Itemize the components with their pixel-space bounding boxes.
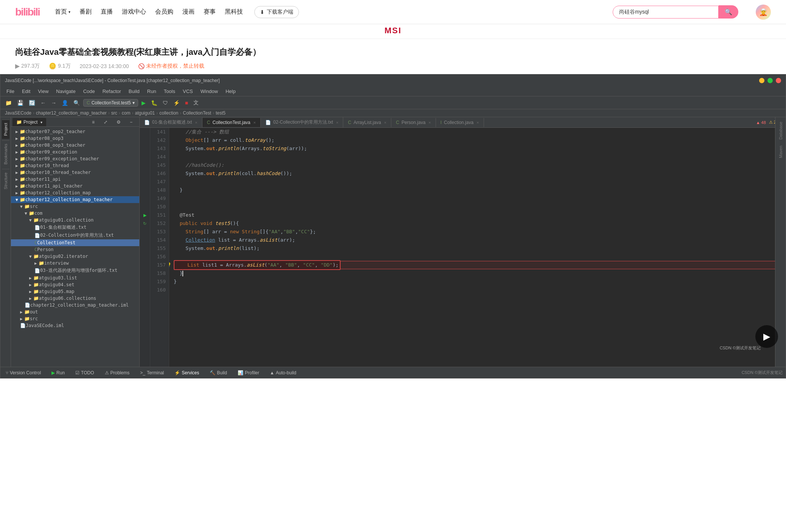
search-input[interactable] (613, 6, 719, 19)
tree-item-atguigu04[interactable]: ▶ 📁 atguigu04.set (11, 281, 139, 288)
menu-edit[interactable]: Edit (19, 87, 33, 95)
tree-item-atguigu06[interactable]: ▶ 📁 atguigu06.collections (11, 295, 139, 302)
sidebar-expand-btn[interactable]: ⤢ (100, 118, 111, 126)
tree-item-out[interactable]: ▶ 📁 out (11, 309, 139, 315)
toolbar-debug-btn[interactable]: 🐛 (149, 99, 159, 107)
tree-item-ch10t[interactable]: ▶ 📁 chapter10_thread_teacher (11, 169, 139, 176)
toolbar-user-btn[interactable]: 👤 (60, 99, 70, 107)
play-video-button[interactable]: ▶ (755, 325, 778, 348)
breadcrumb-colltest[interactable]: CollectionTest (183, 110, 211, 116)
tree-item-ch11t[interactable]: ▶ 📁 chapter11_api_teacher (11, 183, 139, 189)
tree-item-ch08t[interactable]: ▶ 📁 chapter08_oop3_teacher (11, 142, 139, 149)
toolbar-back-btn[interactable]: ← (39, 99, 48, 107)
bottom-profiler[interactable]: 📊 Profiler (235, 369, 261, 376)
nav-drama[interactable]: 番剧 (79, 8, 92, 16)
tree-item-ch11[interactable]: ▶ 📁 chapter11_api (11, 176, 139, 183)
tree-item-atguigu03[interactable]: ▶ 📁 atguigu03.list (11, 275, 139, 281)
close-button[interactable] (776, 78, 781, 83)
sidebar-tab-project[interactable]: Project (2, 119, 9, 139)
bottom-build[interactable]: 🔨 Build (207, 369, 229, 376)
gutter-152[interactable]: ↻ (140, 219, 150, 228)
toolbar-profile-btn[interactable]: ⚡ (171, 99, 182, 107)
nav-tech[interactable]: 黑科技 (225, 8, 243, 16)
bottom-todo[interactable]: ☑ TODO (73, 369, 96, 376)
bili-logo[interactable]: bilibili (15, 6, 40, 18)
avatar[interactable]: 🧝 (756, 5, 771, 20)
nav-live[interactable]: 直播 (101, 8, 113, 16)
menu-build[interactable]: Build (126, 87, 143, 95)
toolbar-translate-btn[interactable]: 文 (191, 98, 201, 107)
tab-01-txt[interactable]: 📄 01-集合框架概述.txt × (140, 117, 202, 127)
breadcrumb-test5[interactable]: test5 (216, 110, 226, 116)
tab-colltest[interactable]: C CollectionTest.java × (202, 118, 261, 127)
tree-item-colltest[interactable]: C CollectionTest (11, 239, 139, 246)
breadcrumb-com[interactable]: com (122, 110, 131, 116)
tree-item-ch08[interactable]: ▶ 📁 chapter08_oop3 (11, 135, 139, 142)
tree-item-atguigu01[interactable]: ▼ 📁 atguigu01.collection (11, 217, 139, 223)
bottom-problems[interactable]: ⚠ Problems (103, 369, 132, 376)
tab-close-02[interactable]: × (336, 120, 338, 125)
breadcrumb-src[interactable]: src (111, 110, 117, 116)
tree-item-ch12t[interactable]: ▼ 📁 chapter12_collection_map_teacher (11, 196, 139, 203)
nav-manga[interactable]: 漫画 (182, 8, 195, 16)
menu-refactor[interactable]: Refactor (100, 87, 124, 95)
sidebar-project-tab[interactable]: 📁 Project ▾ (12, 118, 46, 126)
nav-games[interactable]: 游戏中心 (122, 8, 146, 16)
tree-item-ch09[interactable]: ▶ 📁 chapter09_exception (11, 149, 139, 155)
tree-item-file-02[interactable]: 📄 02-Collection中的常用方法.txt (11, 231, 139, 239)
search-button[interactable]: 🔍 (719, 5, 738, 19)
tab-person[interactable]: C Person.java × (391, 118, 436, 127)
right-panel-maven[interactable]: Maven (778, 144, 784, 160)
toolbar-run-btn[interactable]: ▶ (140, 99, 148, 107)
toolbar-stop-btn[interactable]: ■ (183, 99, 190, 107)
tab-02-txt[interactable]: 📄 02-Collection中的常用方法.txt × (261, 117, 343, 127)
tab-close-person[interactable]: × (428, 120, 431, 125)
tab-close-arraylist[interactable]: × (384, 120, 386, 125)
menu-tools[interactable]: Tools (161, 87, 178, 95)
breadcrumb-collection[interactable]: collection (159, 110, 178, 116)
tree-item-interview[interactable]: ▶ 📁 interview (11, 260, 139, 267)
menu-window[interactable]: Window (198, 87, 221, 95)
tree-item-src[interactable]: ▼ 📁 src (11, 203, 139, 210)
sidebar-tab-bookmarks[interactable]: Bookmarks (2, 140, 9, 168)
breadcrumb-javasecode[interactable]: JavaSECode (5, 110, 31, 116)
tree-item-ch07[interactable]: ▶ 📁 chapter07_oop2_teacher (11, 128, 139, 135)
tree-item-file-01[interactable]: 📄 01-集合框架概述.txt (11, 223, 139, 231)
toolbar-coverage-btn[interactable]: 🛡 (161, 99, 170, 107)
tree-item-ch12[interactable]: ▶ 📁 chapter12_collection_map (11, 189, 139, 196)
sidebar-tab-structure[interactable]: Structure (2, 169, 9, 192)
tree-item-person[interactable]: C Person (11, 246, 139, 253)
menu-vcs[interactable]: VCS (180, 87, 196, 95)
toolbar-sync-btn[interactable]: 🔄 (27, 99, 37, 107)
breadcrumb-chapter[interactable]: chapter12_collection_map_teacher (36, 110, 107, 116)
menu-run[interactable]: Run (144, 87, 159, 95)
tree-item-atguigu05[interactable]: ▶ 📁 atguigu05.map (11, 288, 139, 295)
tree-item-file-03[interactable]: 📄 03-迭代器的使用与增强for循环.txt (11, 267, 139, 275)
menu-view[interactable]: View (35, 87, 51, 95)
tree-item-src2[interactable]: ▶ 📁 src (11, 315, 139, 322)
sidebar-gear-btn[interactable]: ⚙ (113, 118, 125, 126)
sidebar-scope-btn[interactable]: ≡ (88, 118, 98, 126)
menu-file[interactable]: File (3, 87, 17, 95)
nav-home[interactable]: 首页 ▾ (55, 8, 70, 16)
right-panel-database[interactable]: Database (778, 120, 784, 141)
menu-code[interactable]: Code (80, 87, 98, 95)
sidebar-settings-btn[interactable]: − (126, 118, 136, 126)
maximize-button[interactable] (767, 78, 773, 83)
tree-item-atguigu02[interactable]: ▼ 📁 atguigu02.iterator (11, 253, 139, 260)
tree-item-iml[interactable]: 📄 chapter12_collection_map_teacher.iml (11, 302, 139, 309)
toolbar-save-btn[interactable]: 💾 (15, 99, 25, 107)
toolbar-search-btn[interactable]: 🔍 (72, 99, 82, 107)
bottom-run[interactable]: ▶ Run (49, 369, 67, 376)
tree-item-javasecode-iml[interactable]: 📄 JavaSECode.iml (11, 322, 139, 329)
breadcrumb-atguigu[interactable]: atguigu01 (135, 110, 155, 116)
menu-help[interactable]: Help (223, 87, 239, 95)
minimize-button[interactable] (759, 78, 764, 83)
gutter-151[interactable]: ▶ (140, 211, 150, 219)
nav-membership[interactable]: 会员购 (155, 8, 173, 16)
download-button[interactable]: ⬇ 下载客户端 (254, 6, 299, 18)
menu-navigate[interactable]: Navigate (53, 87, 78, 95)
tab-collection[interactable]: I Collection.java × (436, 118, 484, 127)
tab-arraylist[interactable]: C ArrayList.java × (343, 118, 391, 127)
tab-close-colltest[interactable]: × (254, 120, 256, 125)
